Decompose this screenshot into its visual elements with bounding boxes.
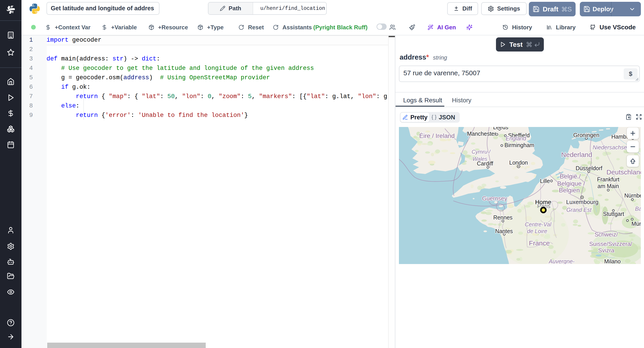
svg-text:Manchester: Manchester — [467, 130, 496, 137]
svg-text:Nederland: Nederland — [561, 151, 592, 158]
svg-text:Birmingham: Birmingham — [504, 142, 534, 148]
svg-text:Éire / Ireland: Éire / Ireland — [419, 132, 455, 139]
svg-text:de Loire: de Loire — [527, 228, 547, 234]
svg-text:Lille: Lille — [540, 178, 550, 184]
svg-text:England: England — [506, 135, 526, 141]
svg-text:Suisse/Svizzera/: Suisse/Svizzera/ — [589, 241, 632, 247]
svg-text:Rennes: Rennes — [493, 214, 512, 221]
svg-text:Auvergne-: Auvergne- — [548, 258, 574, 264]
svg-text:Frankfurt: Frankfurt — [597, 176, 620, 183]
svg-text:Leeds: Leeds — [493, 127, 508, 130]
svg-text:München: München — [632, 221, 641, 227]
svg-text:Düsseldorf: Düsseldorf — [576, 165, 602, 171]
svg-text:Nantes: Nantes — [495, 228, 513, 234]
svg-text:Niedersachsen: Niedersachsen — [593, 144, 630, 150]
svg-text:Cardiff: Cardiff — [477, 160, 493, 166]
svg-text:Schweiz/: Schweiz/ — [594, 231, 618, 238]
svg-text:Guernsey: Guernsey — [482, 195, 507, 202]
svg-text:België /: België / — [560, 173, 581, 180]
svg-text:Bayern: Bayern — [635, 206, 641, 212]
svg-text:Belgien: Belgien — [559, 187, 580, 194]
svg-text:Home: Home — [535, 199, 551, 206]
svg-text:London: London — [509, 159, 528, 166]
svg-text:Centre-Val: Centre-Val — [525, 221, 552, 228]
svg-text:Belgique /: Belgique / — [557, 180, 585, 187]
svg-text:Groningen: Groningen — [573, 132, 600, 138]
svg-text:Deutschland: Deutschland — [606, 168, 641, 176]
svg-text:Milano: Milano — [604, 258, 621, 264]
svg-text:Stuttgart: Stuttgart — [603, 211, 624, 217]
svg-text:Svizra: Svizra — [598, 247, 614, 254]
svg-text:am Main: am Main — [598, 183, 619, 189]
svg-text:Luxembourg: Luxembourg — [566, 199, 598, 205]
svg-text:Cymru /: Cymru / — [472, 149, 491, 155]
svg-text:France: France — [529, 239, 550, 247]
svg-text:Nürnberg: Nürnberg — [624, 192, 641, 199]
svg-text:Grand Est: Grand Est — [566, 207, 592, 213]
